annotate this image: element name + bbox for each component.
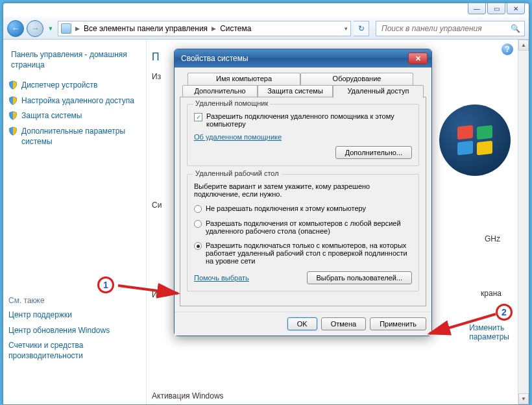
breadcrumb-item[interactable]: Все элементы панели управления [84, 24, 208, 33]
shield-icon [8, 80, 18, 90]
group-legend: Удаленный помощник [193, 99, 271, 107]
control-panel-icon [61, 23, 71, 34]
ok-button[interactable]: OK [287, 317, 317, 330]
help-icon[interactable]: ? [502, 43, 513, 55]
tab-remote[interactable]: Удаленный доступ [333, 85, 424, 98]
control-panel-home-link[interactable]: Панель управления - домашняя страница [11, 50, 141, 70]
breadcrumb-item[interactable]: Система [220, 24, 251, 33]
tab-system-protection[interactable]: Защита системы [258, 85, 333, 98]
sidebar-link-device-manager[interactable]: Диспетчер устройств [8, 80, 141, 91]
window-minimize-button[interactable]: — [468, 3, 486, 14]
see-also-link[interactable]: Счетчики и средства производительности [8, 341, 141, 361]
sidebar-link-system-protection[interactable]: Защита системы [8, 111, 141, 121]
radio-allow-any[interactable] [194, 220, 202, 228]
dialog-close-button[interactable]: ✕ [408, 53, 428, 64]
shield-icon [8, 96, 18, 105]
sidebar-link-advanced-settings[interactable]: Дополнительные параметры системы [8, 127, 141, 147]
window-maximize-button[interactable]: ▭ [487, 3, 505, 14]
nav-history-dropdown[interactable]: ▼ [46, 22, 55, 35]
sidebar-link-label: Защита системы [21, 111, 82, 121]
help-choose-link[interactable]: Помочь выбрать [194, 274, 249, 282]
annotation-badge-2: 2 [496, 304, 513, 321]
checkbox-label: Разрешить подключения удаленного помощни… [206, 112, 412, 128]
breadcrumb-arrow-icon: ▶ [212, 25, 216, 32]
group-description: Выберите вариант и затем укажите, кому р… [194, 182, 412, 198]
see-also-header: См. также [8, 296, 141, 305]
scroll-up-button[interactable]: ▲ [518, 40, 529, 51]
nav-forward-button[interactable]: → [27, 20, 43, 37]
change-settings-link[interactable]: Изменитьпараметры [469, 323, 509, 341]
cancel-button[interactable]: Отмена [321, 317, 366, 330]
radio-label: Не разрешать подключения к этому компьют… [206, 204, 366, 212]
text-fragment: И [152, 290, 158, 299]
radio-label: Разрешить подключаться только с компьюте… [206, 241, 412, 265]
window-close-button[interactable]: ✕ [507, 3, 525, 14]
scrollbar[interactable]: ▲ ▼ [518, 40, 529, 404]
sidebar-link-label: Диспетчер устройств [21, 80, 97, 91]
search-input[interactable] [380, 23, 507, 34]
nav-back-button[interactable]: ← [7, 20, 24, 37]
windows-logo [439, 104, 511, 176]
tab-hardware[interactable]: Оборудование [300, 73, 413, 86]
sidebar-link-remote-settings[interactable]: Настройка удаленного доступа [8, 96, 141, 106]
see-also-link[interactable]: Центр обновления Windows [8, 326, 141, 336]
tab-advanced[interactable]: Дополнительно [182, 85, 258, 98]
select-users-button[interactable]: Выбрать пользователей... [307, 271, 413, 284]
breadcrumb-arrow-icon: ▶ [75, 25, 80, 32]
radio-dont-allow[interactable] [194, 205, 202, 213]
group-legend: Удаленный рабочий стол [193, 169, 282, 177]
activation-heading: Активация Windows [152, 391, 224, 400]
sidebar-link-label: Дополнительные параметры системы [21, 127, 141, 147]
remote-assistance-group: Удаленный помощник ✓ Разрешить подключен… [187, 104, 419, 166]
dialog-titlebar[interactable]: Свойства системы ✕ [175, 49, 431, 68]
text-fragment: Си [152, 201, 162, 210]
annotation-badge-1: 1 [97, 276, 114, 293]
remote-desktop-group: Удаленный рабочий стол Выберите вариант … [187, 174, 419, 291]
apply-button[interactable]: Применить [370, 317, 426, 330]
radio-label: Разрешать подключения от компьютеров с л… [206, 219, 412, 235]
address-dropdown-icon[interactable]: ▾ [345, 25, 348, 32]
shield-icon [8, 127, 18, 136]
remote-assistance-advanced-button[interactable]: Дополнительно... [335, 146, 412, 159]
text-fragment: крана [481, 289, 502, 298]
radio-allow-nla[interactable] [194, 242, 202, 250]
address-bar[interactable]: ▶ Все элементы панели управления ▶ Систе… [58, 21, 351, 36]
system-properties-dialog: Свойства системы ✕ Имя компьютера Оборуд… [174, 49, 432, 336]
explorer-navbar: ← → ▼ ▶ Все элементы панели управления ▶… [3, 18, 529, 40]
sidebar-link-label: Настройка удаленного доступа [21, 96, 134, 106]
search-icon[interactable]: 🔍 [511, 24, 520, 33]
refresh-button[interactable]: ↻ [354, 21, 369, 36]
text-fragment: GHz [485, 234, 500, 243]
dialog-title: Свойства системы [181, 54, 408, 63]
about-remote-assistance-link[interactable]: Об удаленном помощнике [194, 133, 412, 141]
allow-remote-assistance-checkbox[interactable]: ✓ [194, 113, 202, 121]
scroll-down-button[interactable]: ▼ [518, 393, 529, 404]
see-also-link[interactable]: Центр поддержки [8, 310, 141, 321]
search-box[interactable]: 🔍 [376, 21, 525, 36]
sidebar: Панель управления - домашняя страница Ди… [3, 40, 146, 404]
tab-computer-name[interactable]: Имя компьютера [187, 73, 300, 86]
shield-icon [8, 111, 18, 120]
